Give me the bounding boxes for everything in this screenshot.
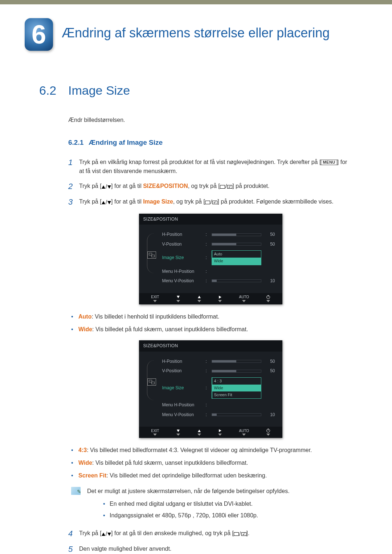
note-lead: Det er muligt at justere skærmstørrelsen… (87, 487, 353, 496)
text: ] for at gå til (111, 183, 143, 189)
size-position-icon (147, 251, 156, 259)
select-enter-icon: / (234, 530, 246, 539)
text: ] for at gå til den ønskede mulighed, og… (111, 530, 234, 536)
list-item: Screen Fit: Vis billedet med det oprinde… (68, 471, 353, 480)
osd-bottom-bar: EXIT AUTO (139, 427, 282, 438)
step-1: 1 Tryk på en vilkårlig knap forrest på p… (68, 158, 353, 176)
step-4: 4 Tryk på [/] for at gå til den ønskede … (68, 529, 353, 539)
section-header: 6.2 Image Size (39, 83, 353, 98)
step-body: Tryk på en vilkårlig knap forrest på pro… (79, 158, 353, 176)
up-down-arrow-icon: / (102, 198, 111, 207)
note-sublist: En enhed med digital udgang er tilslutte… (87, 500, 353, 521)
osd-row-imagesize: Image Size:AutoWide (162, 250, 275, 265)
osd-bottom-bar: EXIT AUTO (139, 293, 282, 304)
step-5: 5 Den valgte mulighed bliver anvendt. (68, 545, 353, 554)
osd-down-button (176, 295, 180, 302)
text: ] for at gå til (111, 198, 143, 205)
subsection-number: 6.2.1 (68, 139, 83, 146)
osd-row-menu-hposition: Menu H-Position: (162, 268, 275, 275)
step-body: Den valgte mulighed bliver anvendt. (79, 545, 353, 554)
osd-option-screenfit: Screen Fit (212, 391, 261, 398)
list-item: Auto: Vis billedet i henhold til inputki… (68, 312, 353, 321)
list-item: Wide: Vis billedet på fuld skærm, uanset… (68, 325, 353, 334)
osd-row-menu-vposition: Menu V-Position:10 (162, 411, 275, 418)
osd-option-43: 4 : 3 (212, 378, 261, 385)
option-list-2: 4:3: Vis billedet med billedformatet 4:3… (68, 446, 353, 480)
step-number: 3 (68, 197, 79, 207)
list-item: 4:3: Vis billedet med billedformatet 4:3… (68, 446, 353, 455)
step-number: 4 (68, 529, 79, 539)
step-3: 3 Tryk på [/] for at gå til Image Size, … (68, 197, 353, 207)
osd-sidebar (146, 358, 157, 418)
step-number: 2 (68, 182, 79, 192)
osd-up-button (197, 429, 201, 436)
osd-sidebar (146, 231, 157, 284)
step-body: Tryk på [/] for at gå til SIZE&POSITION,… (79, 182, 353, 192)
osd-row-hposition: H-Position:50 (162, 358, 275, 365)
chapter-number-badge: 6 (25, 18, 53, 51)
size-position-icon (147, 378, 156, 386)
section-title: Image Size (68, 83, 130, 98)
step-number: 1 (68, 158, 79, 176)
step-2: 2 Tryk på [/] for at gå til SIZE&POSITIO… (68, 182, 353, 192)
top-color-band (0, 0, 392, 4)
osd-down-button (176, 429, 180, 436)
osd-row-vposition: V-Position:50 (162, 368, 275, 374)
osd-row-imagesize: Image Size:4 : 3WideScreen Fit (162, 377, 275, 399)
select-enter-icon: / (205, 198, 217, 207)
highlight-target: SIZE&POSITION (143, 183, 188, 189)
list-item: En enhed med digital udgang er tilslutte… (102, 500, 353, 509)
chapter-title: Ændring af skærmens størrelse eller plac… (62, 18, 330, 41)
text: Tryk på [ (79, 183, 102, 189)
osd-screenshot-1: SIZE&POSITION H-Position:50 V-Position:5… (139, 214, 282, 304)
note-block: Det er muligt at justere skærmstørrelsen… (68, 487, 353, 525)
text: Tryk på [ (79, 530, 102, 536)
text: ]. (246, 530, 250, 536)
select-enter-icon: / (220, 182, 232, 191)
osd-auto-button: AUTO (239, 429, 249, 436)
osd-title: SIZE&POSITION (139, 340, 282, 352)
section-number: 6.2 (39, 83, 68, 98)
step-body: Tryk på [/] for at gå til Image Size, og… (79, 197, 353, 207)
osd-screenshot-2: SIZE&POSITION H-Position:50 V-Position:5… (139, 340, 282, 438)
menu-key-icon: MENU (321, 160, 337, 165)
step-body: Tryk på [/] for at gå til den ønskede mu… (79, 529, 353, 539)
osd-option-wide: Wide (212, 258, 261, 264)
osd-title: SIZE&POSITION (139, 214, 282, 225)
step-number: 5 (68, 545, 79, 554)
osd-auto-button: AUTO (239, 295, 249, 302)
text: , og tryk på [ (173, 198, 205, 205)
page-content: 6 Ændring af skærmens størrelse eller pl… (0, 0, 392, 554)
osd-right-button (218, 295, 222, 302)
chapter-header: 6 Ændring af skærmens størrelse eller pl… (39, 18, 353, 51)
text: ] på produktet. Følgende skærmbillede vi… (217, 198, 333, 205)
osd-row-menu-hposition: Menu H-Position: (162, 402, 275, 409)
text: ] på produktet. (232, 183, 269, 189)
osd-exit-button: EXIT (151, 295, 159, 302)
text: , og tryk på [ (188, 183, 220, 189)
list-item: Indgangssignalet er 480p, 576p , 720p, 1… (102, 511, 353, 520)
osd-up-button (197, 295, 201, 302)
text: Tryk på en vilkårlig knap forrest på pro… (79, 159, 321, 165)
osd-power-button (266, 429, 270, 436)
option-list-1: Auto: Vis billedet i henhold til inputki… (68, 312, 353, 334)
note-icon (71, 487, 81, 495)
up-down-arrow-icon: / (102, 530, 111, 539)
intro-text: Ændr billedstørrelsen. (68, 116, 353, 125)
osd-option-auto: Auto (212, 251, 261, 258)
highlight-target: Image Size (143, 198, 173, 205)
up-down-arrow-icon: / (102, 182, 111, 192)
osd-option-wide: Wide (212, 385, 261, 391)
subsection-title: Ændring af Image Size (89, 139, 163, 146)
subsection-header: 6.2.1Ændring af Image Size (68, 137, 353, 148)
osd-row-menu-vposition: Menu V-Position:10 (162, 278, 275, 284)
text: Tryk på [ (79, 198, 102, 205)
osd-power-button (266, 295, 270, 302)
osd-row-vposition: V-Position:50 (162, 241, 275, 248)
osd-exit-button: EXIT (151, 429, 159, 436)
osd-right-button (218, 429, 222, 436)
osd-row-hposition: H-Position:50 (162, 231, 275, 238)
list-item: Wide: Vis billedet på fuld skærm, uanset… (68, 459, 353, 468)
